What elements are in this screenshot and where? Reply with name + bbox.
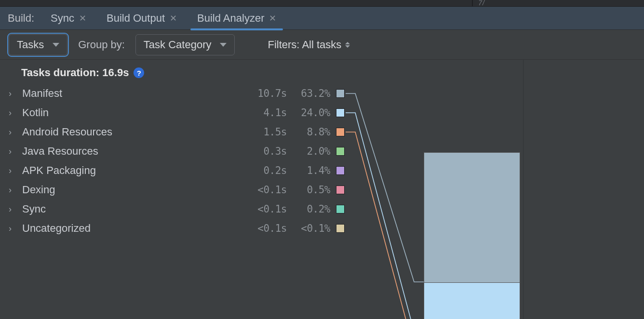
category-percent: 24.0% — [293, 107, 336, 119]
chevron-right-icon[interactable]: › — [9, 108, 22, 118]
build-label: Build: — [3, 12, 39, 25]
chevron-down-icon — [53, 43, 59, 47]
close-icon[interactable]: ✕ — [170, 13, 177, 24]
category-duration: 0.2s — [249, 165, 293, 176]
chevron-right-icon[interactable]: › — [9, 185, 22, 195]
group-by-label: Group by: — [78, 39, 125, 51]
chevron-right-icon[interactable]: › — [9, 204, 22, 214]
chevron-right-icon[interactable]: › — [9, 224, 22, 234]
color-swatch — [336, 224, 345, 233]
tab-label: Build Output — [107, 12, 165, 25]
close-icon[interactable]: ✕ — [79, 13, 86, 24]
stack-segment — [424, 282, 520, 319]
category-row[interactable]: ›Android Resources1.5s8.8% — [9, 122, 523, 142]
category-duration: 10.7s — [249, 88, 293, 99]
tab-label: Sync — [51, 12, 74, 25]
category-name: APK Packaging — [22, 164, 249, 177]
category-name: Dexing — [22, 184, 249, 196]
chevron-down-icon — [220, 43, 227, 47]
chevron-right-icon[interactable]: › — [9, 146, 22, 157]
category-name: Sync — [22, 203, 249, 215]
color-swatch — [336, 128, 345, 136]
chevron-right-icon[interactable]: › — [9, 127, 22, 137]
tasks-duration-headline: Tasks duration: 16.9s ? — [9, 66, 523, 84]
tab-sync[interactable]: Sync✕ — [44, 7, 93, 30]
view-combo-label: Tasks — [17, 39, 44, 51]
filters-dropdown[interactable]: Filters: All tasks — [268, 39, 350, 51]
category-percent: 8.8% — [293, 126, 336, 138]
analyzer-body: Tasks duration: 16.9s ? ›Manifest10.7s63… — [0, 60, 644, 319]
leader-anchor — [349, 103, 523, 122]
sort-icon — [345, 42, 350, 48]
color-swatch — [336, 186, 345, 194]
category-percent: <0.1% — [293, 223, 336, 234]
category-name: Manifest — [22, 87, 249, 100]
category-percent: 0.5% — [293, 184, 336, 196]
leader-anchor — [349, 122, 523, 142]
chevron-right-icon[interactable]: › — [9, 166, 22, 176]
group-by-combo[interactable]: Task Category — [135, 34, 235, 55]
close-icon[interactable]: ✕ — [269, 13, 276, 24]
editor-remnant: 7/ — [478, 0, 485, 7]
tab-build-output[interactable]: Build Output✕ — [100, 7, 184, 30]
category-duration: 4.1s — [249, 107, 293, 119]
category-name: Uncategorized — [22, 222, 249, 235]
build-tabbar: Build: Sync✕Build Output✕Build Analyzer✕ — [0, 7, 644, 30]
category-duration: <0.1s — [249, 223, 293, 234]
category-duration: <0.1s — [249, 184, 293, 196]
color-swatch — [336, 89, 345, 98]
color-swatch — [336, 166, 345, 175]
category-duration: <0.1s — [249, 203, 293, 215]
editor-split — [472, 0, 473, 7]
category-percent: 1.4% — [293, 165, 336, 176]
group-by-value: Task Category — [144, 39, 212, 51]
category-percent: 0.2% — [293, 203, 336, 215]
category-percent: 2.0% — [293, 146, 336, 157]
category-name: Android Resources — [22, 126, 249, 138]
stacked-bar-chart — [424, 152, 520, 319]
filters-label: Filters: All tasks — [268, 39, 341, 51]
analyzer-toolbar: Tasks Group by: Task Category Filters: A… — [0, 30, 644, 60]
editor-strip: 7/ — [0, 0, 644, 7]
color-swatch — [336, 108, 345, 117]
chevron-right-icon[interactable]: › — [9, 89, 22, 99]
category-duration: 0.3s — [249, 146, 293, 157]
color-swatch — [336, 147, 345, 156]
category-name: Kotlin — [22, 106, 249, 119]
tab-label: Build Analyzer — [197, 12, 264, 25]
view-combo[interactable]: Tasks — [9, 34, 67, 55]
tab-build-analyzer[interactable]: Build Analyzer✕ — [190, 7, 283, 30]
category-percent: 63.2% — [293, 88, 336, 99]
leader-anchor — [349, 84, 523, 103]
tasks-panel: Tasks duration: 16.9s ? ›Manifest10.7s63… — [0, 60, 523, 319]
category-row[interactable]: ›Manifest10.7s63.2% — [9, 84, 523, 103]
help-icon[interactable]: ? — [134, 67, 144, 78]
category-name: Java Resources — [22, 145, 249, 158]
category-row[interactable]: ›Kotlin4.1s24.0% — [9, 103, 523, 122]
stack-segment — [424, 153, 520, 282]
category-duration: 1.5s — [249, 126, 293, 138]
color-swatch — [336, 205, 345, 213]
detail-panel — [523, 60, 644, 319]
